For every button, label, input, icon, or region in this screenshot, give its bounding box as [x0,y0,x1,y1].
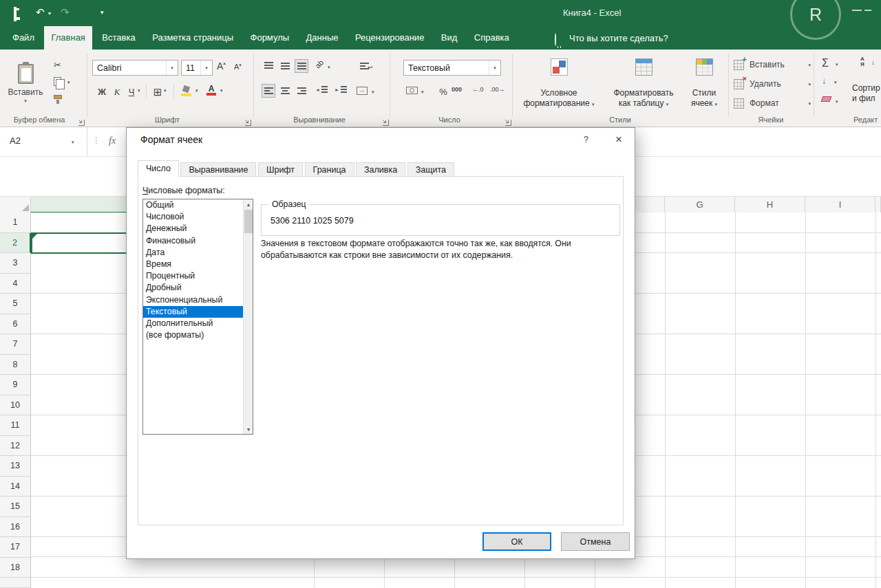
autosum-icon[interactable]: Σ [822,58,829,69]
align-left-icon[interactable] [262,84,275,98]
alignment-dialog-launcher-icon[interactable] [381,116,389,124]
row-header-12[interactable]: 12 [0,436,31,457]
undo-icon[interactable]: ↶ [36,7,45,17]
column-header-h[interactable]: H [735,197,805,213]
row-header-16[interactable]: 16 [0,517,31,538]
format-item-date[interactable]: Дата [143,247,244,259]
tab-view[interactable]: Вид [434,26,465,50]
row-header-9[interactable]: 9 [0,375,31,395]
format-item-fraction[interactable]: Дробный [143,282,244,294]
font-color-dropdown-icon[interactable]: ▾ [220,88,223,93]
cell-styles-button[interactable]: Стили [681,88,727,98]
row-header-10[interactable]: 10 [0,395,31,416]
chevron-down-icon[interactable]: ▾ [489,61,500,75]
row-header-13[interactable]: 13 [0,456,31,477]
row-header-6[interactable]: 6 [0,314,31,335]
sort-filter-button-line2[interactable]: и фил [852,94,875,103]
fill-color-icon[interactable] [180,85,192,96]
fill-dropdown-icon[interactable]: ▾ [834,80,837,85]
align-bottom-icon[interactable] [295,59,308,73]
tab-help[interactable]: Справка [467,26,516,50]
format-item-currency[interactable]: Денежный [143,223,244,235]
font-dialog-launcher-icon[interactable] [244,116,251,124]
accounting-format-icon[interactable] [406,87,418,94]
scroll-up-icon[interactable]: ▲ [244,199,253,209]
row-header-partial[interactable] [0,578,31,588]
tab-formulas[interactable]: Формулы [244,26,297,50]
scrollbar-thumb[interactable] [244,210,253,233]
number-dialog-launcher-icon[interactable] [504,116,511,124]
increase-decimal-button[interactable]: ←.0 [472,87,484,93]
row-header-2[interactable]: 2 [0,233,31,254]
copy-dropdown-icon[interactable]: ▾ [67,80,70,85]
number-format-combo[interactable]: Текстовый▾ [403,60,501,76]
dialog-help-button[interactable]: ? [571,128,602,151]
align-center-icon[interactable] [278,84,292,98]
row-header-14[interactable]: 14 [0,477,31,497]
cancel-button[interactable]: Отмена [561,532,630,551]
format-item-scientific[interactable]: Экспоненциальный [143,294,244,306]
format-list[interactable]: Общий Числовой Денежный Финансовый Дата … [142,199,253,435]
row-header-5[interactable]: 5 [0,294,31,314]
delete-cells-button[interactable]: × Удалить ▾ [734,77,811,91]
decrease-indent-icon[interactable]: ◄ [315,85,328,94]
conditional-formatting-button-line2[interactable]: форматирование ▾ [518,98,600,108]
merge-dropdown-icon[interactable]: ▾ [372,89,374,94]
tab-file[interactable]: Файл [6,26,41,50]
tell-me-box[interactable]: Что вы хотите сделать? [569,33,668,43]
redo-icon[interactable]: ↷ [61,7,70,17]
align-middle-icon[interactable] [278,59,292,73]
formula-bar-grip-icon[interactable]: ⋮ [92,135,100,145]
fill-down-icon[interactable]: ↓ [822,77,826,85]
row-header-11[interactable]: 11 [0,415,31,436]
tab-page-layout[interactable]: Разметка страницы [145,26,240,50]
font-size-combo[interactable]: 11▾ [181,60,213,76]
format-item-custom[interactable]: (все форматы) [143,329,244,341]
clear-dropdown-icon[interactable]: ▾ [836,99,838,104]
chevron-down-icon[interactable]: ▾ [200,61,212,75]
orientation-icon[interactable]: ab [315,61,323,68]
decrease-decimal-button[interactable]: .00→ [490,87,505,93]
underline-dropdown-icon[interactable]: ▾ [138,88,140,93]
cut-icon[interactable]: ✂ [54,61,61,69]
format-as-table-button-line2[interactable]: как таблицу ▾ [603,98,684,108]
italic-button[interactable]: К [110,84,124,99]
ok-button[interactable]: ОК [482,532,551,551]
grow-font-button[interactable]: А▴ [217,61,226,71]
sort-filter-icon[interactable]: АЯ [860,56,864,67]
format-item-time[interactable]: Время [143,259,244,270]
row-header-17[interactable]: 17 [0,537,31,558]
row-header-7[interactable]: 7 [0,334,31,355]
underline-button[interactable]: Ч [125,84,138,99]
format-item-special[interactable]: Дополнительный [143,318,244,329]
format-cells-button[interactable]: Формат ▾ [734,96,811,110]
insert-function-icon[interactable]: fx [109,135,116,146]
row-header-8[interactable]: 8 [0,355,31,375]
tab-data[interactable]: Данные [299,26,346,50]
row-header-3[interactable]: 3 [0,253,31,274]
fill-color-dropdown-icon[interactable]: ▾ [195,88,198,93]
dialog-tab-font[interactable]: Шрифт [258,162,303,177]
clipboard-dialog-launcher-icon[interactable] [77,116,85,124]
row-header-15[interactable]: 15 [0,497,31,517]
align-top-icon[interactable] [262,59,275,73]
shrink-font-button[interactable]: А▾ [234,63,242,72]
insert-cells-button[interactable]: + Вставить ▾ [734,58,811,72]
borders-dropdown-icon[interactable]: ▾ [164,88,167,93]
bold-button[interactable]: Ж [95,84,109,99]
dialog-tab-number[interactable]: Число [138,160,179,177]
dialog-tab-alignment[interactable]: Выравнивание [180,162,256,177]
save-icon[interactable] [14,8,17,21]
dialog-tab-fill[interactable]: Заливка [356,162,405,177]
select-all-corner[interactable] [0,197,31,213]
format-painter-icon[interactable] [54,95,62,99]
customize-quick-access-icon[interactable]: ▾ [100,10,104,16]
row-header-4[interactable]: 4 [0,274,31,294]
column-header-partial[interactable] [875,197,881,213]
format-item-number[interactable]: Числовой [143,211,244,223]
conditional-formatting-button[interactable]: Условное [518,88,600,98]
copy-icon[interactable] [54,77,61,86]
format-as-table-button[interactable]: Форматировать [603,88,684,98]
clear-icon[interactable] [822,96,831,102]
font-name-combo[interactable]: Calibri▾ [92,60,178,76]
